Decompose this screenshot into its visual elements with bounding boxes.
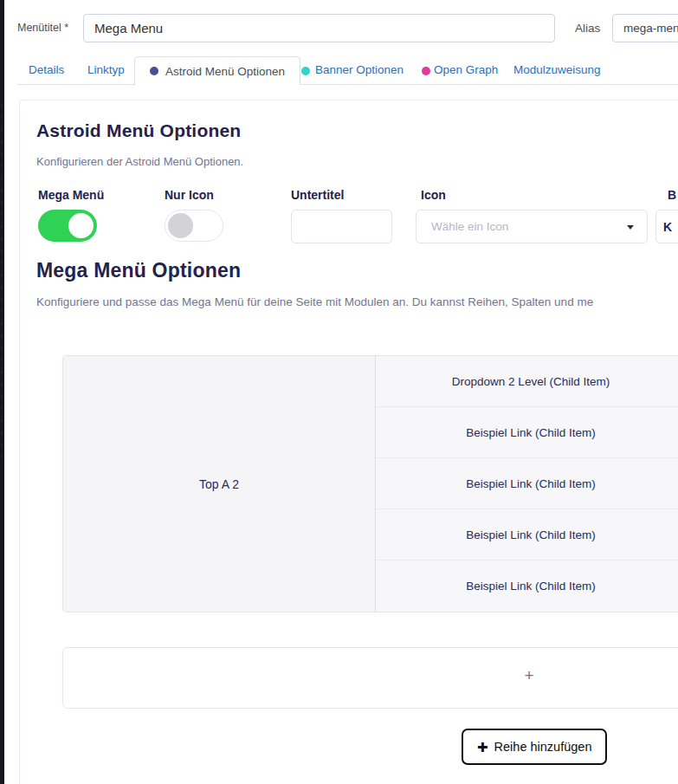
- add-column-dropzone[interactable]: [62, 647, 678, 709]
- untertitel-label: Untertitel: [291, 188, 344, 202]
- nur-icon-toggle[interactable]: [165, 210, 223, 242]
- icon-select-placeholder: Wähle ein Icon: [431, 220, 508, 233]
- nur-icon-toggle-label: Nur Icon: [165, 188, 214, 202]
- grid-child-row[interactable]: Beispiel Link (Child Item): [376, 560, 678, 612]
- grid-parent-cell[interactable]: Top A 2: [63, 356, 376, 612]
- alias-label: Alias: [575, 22, 600, 35]
- clipped-badge-label: B: [668, 188, 676, 202]
- alias-input[interactable]: [612, 14, 678, 42]
- add-column-plus-icon[interactable]: +: [524, 667, 533, 684]
- banner-tab-dot-icon: [301, 67, 310, 75]
- add-row-button[interactable]: ✚ Reihe hinzufügen: [462, 729, 607, 765]
- grid-child-row[interactable]: Dropdown 2 Level (Child Item): [376, 356, 678, 407]
- mega-menu-grid: Top A 2 Dropdown 2 Level (Child Item) Be…: [62, 355, 678, 612]
- icon-label: Icon: [421, 188, 446, 202]
- tab-details[interactable]: Details: [29, 63, 64, 76]
- astroid-section-title: Astroid Menü Optionen: [36, 120, 241, 141]
- menu-item-editor-screen: Menütitel * Alias Details Linktyp Astroi…: [0, 0, 678, 784]
- mega-menu-toggle-knob: [68, 213, 94, 238]
- astroid-tab-dot-icon: [150, 67, 158, 75]
- tab-astroid-label: Astroid Menü Optionen: [165, 65, 285, 78]
- tab-open-graph[interactable]: Open Graph: [434, 63, 498, 76]
- tab-banner-options[interactable]: Banner Optionen: [315, 63, 404, 76]
- add-row-button-label: Reihe hinzufügen: [494, 740, 592, 754]
- plus-icon: ✚: [477, 741, 488, 754]
- grid-child-row[interactable]: Beispiel Link (Child Item): [376, 509, 678, 560]
- tab-modulzuweisung[interactable]: Modulzuweisung: [513, 63, 601, 76]
- mega-menu-toggle[interactable]: [38, 210, 97, 242]
- tab-astroid-menu-options-active[interactable]: Astroid Menü Optionen: [134, 56, 300, 85]
- menu-title-label: Menütitel *: [17, 22, 68, 34]
- chevron-down-icon: [627, 225, 634, 230]
- mega-section-title: Mega Menü Optionen: [36, 259, 241, 282]
- astroid-section-description: Konfigurieren der Astroid Menü Optionen.: [36, 155, 243, 168]
- icon-select[interactable]: Wähle ein Icon: [416, 210, 648, 243]
- grid-child-column: Dropdown 2 Level (Child Item) Beispiel L…: [376, 356, 678, 612]
- clipped-badge-input[interactable]: [655, 210, 678, 243]
- grid-child-row[interactable]: Beispiel Link (Child Item): [376, 458, 678, 509]
- mega-section-description: Konfiguriere und passe das Mega Menü für…: [36, 295, 593, 308]
- tab-linktyp[interactable]: Linktyp: [87, 63, 125, 76]
- menu-title-input[interactable]: [83, 14, 555, 42]
- clipped-admin-sidebar-edge: [0, 0, 4, 784]
- opengraph-tab-dot-icon: [422, 67, 430, 75]
- mega-menu-toggle-label: Mega Menü: [38, 188, 104, 202]
- grid-child-row[interactable]: Beispiel Link (Child Item): [376, 407, 678, 458]
- nur-icon-toggle-knob: [168, 213, 193, 238]
- tab-bar-divider: [17, 84, 678, 85]
- untertitel-input[interactable]: [291, 210, 392, 243]
